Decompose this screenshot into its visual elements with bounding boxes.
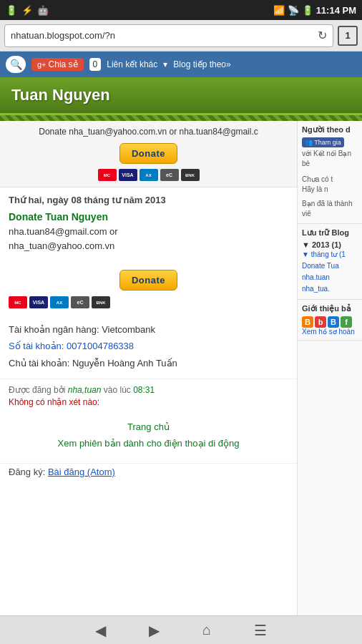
tab-count[interactable]: 1: [338, 26, 358, 46]
decorative-border: [0, 115, 362, 121]
visa-icon-post: VISA: [29, 296, 48, 308]
blogger-icons: B b B f: [302, 316, 352, 328]
forward-button[interactable]: ▶: [149, 622, 160, 639]
battery-icon: 🔋: [6, 5, 17, 16]
subscribe-section: Đăng ký: Bài đăng (Atom): [0, 463, 297, 484]
posted-by-label: Được đăng bởi: [9, 385, 65, 395]
archive-item-1[interactable]: Donate Tua: [302, 260, 358, 272]
no-members-text: Chưa có t: [302, 175, 358, 185]
google-plus-share-button[interactable]: g+ Chia sẻ: [31, 58, 84, 71]
account-no-label: Số tài khoản:: [9, 341, 64, 351]
browser-toolbar: 🔍 g+ Chia sẻ 0 Liên kết khác ▾ Blog tiếp…: [0, 52, 362, 77]
post-title-link[interactable]: Donate Tuan Nguyen: [9, 211, 288, 223]
card-icons-top: MC VISA AX eC BNK: [98, 169, 200, 181]
account-owner: Chủ tài khoản: Nguyễn Hoàng Anh Tuấn: [9, 355, 288, 371]
card-icons-post: MC VISA AX eC BNK: [9, 296, 110, 308]
follow-btn-label: Tham gia: [314, 139, 341, 146]
follow-desc: với Kết nối Bạn bè: [302, 149, 358, 169]
post-subtitle-1: nha.tuan84@gmail.com or: [9, 225, 288, 239]
next-blog-link[interactable]: Blog tiếp theo»: [173, 59, 230, 69]
paypal-donate-button-post[interactable]: Donate: [119, 270, 177, 291]
post-footer: Được đăng bởi nha,tuan vào lúc 08:31 Khô…: [0, 379, 297, 413]
menu-button[interactable]: ☰: [254, 622, 267, 639]
follow-title: Người theo d: [302, 125, 358, 135]
archive-title: Lưu trữ Blog: [302, 228, 358, 238]
signal-icon: 📡: [288, 5, 299, 16]
refresh-icon[interactable]: ↻: [318, 29, 327, 42]
battery-level-icon: 🔋: [302, 5, 313, 16]
links-button[interactable]: Liên kết khác: [107, 59, 157, 69]
bank-icon: BNK: [181, 169, 200, 181]
become-member-text: Hãy là n: [302, 185, 358, 195]
subscribe-link[interactable]: Bài đăng (Atom): [48, 467, 115, 477]
status-bar: 🔋 ⚡ 🤖 📶 📡 🔋 11:14 PM: [0, 0, 362, 20]
bottom-nav: ◀ ▶ ⌂ ☰: [0, 615, 362, 644]
ec-icon-post: eC: [71, 296, 89, 308]
archive-year[interactable]: ▼ 2013 (1): [302, 240, 358, 249]
search-icon: 🔍: [10, 59, 22, 70]
account-no-row: Số tài khoản: 0071004786338: [9, 338, 288, 354]
bank-info: Tài khoản ngân hàng: Vietcombank Số tài …: [0, 316, 297, 379]
amex-icon: AX: [140, 169, 158, 181]
archive-item-3: nha_tua.: [302, 283, 358, 295]
blogger-icon-blue: B: [328, 316, 339, 328]
blog-header: Tuan Nguyen: [0, 77, 362, 115]
share-count: 0: [89, 58, 102, 71]
nav-links: Trang chủ Xem phiên bản dành cho điện th…: [0, 413, 297, 463]
blogger-icon-green: f: [341, 316, 352, 328]
gplus-icon: g+: [37, 60, 47, 69]
mc-icon-post: MC: [9, 296, 27, 308]
mastercard-icon: MC: [98, 169, 117, 181]
no-comments: Không có nhận xét nào:: [9, 397, 288, 407]
search-box[interactable]: 🔍: [6, 56, 26, 73]
archive-section: Lưu trữ Blog ▼ 2013 (1) ▼ tháng tư (1 Do…: [298, 224, 362, 300]
url-text: nhatuan.blogspot.com/?n: [11, 30, 115, 41]
donate-strip: Donate nha_tuan@yahoo.com.vn or nha.tuan…: [0, 121, 297, 187]
donate-label-top: Donate: [132, 148, 165, 159]
post-time[interactable]: 08:31: [133, 385, 155, 395]
right-column: Người theo d 👥 Tham gia với Kết nối Bạn …: [298, 121, 362, 644]
time-display: 11:14 PM: [316, 5, 356, 16]
blogger-icon-b: B: [302, 316, 313, 328]
main-content: Donate nha_tuan@yahoo.com.vn or nha.tuan…: [0, 121, 362, 644]
back-button[interactable]: ◀: [95, 622, 106, 639]
url-bar[interactable]: nhatuan.blogspot.com/?n ↻: [4, 24, 333, 47]
archive-month[interactable]: ▼ tháng tư (1: [302, 249, 358, 260]
android-icon: 🤖: [37, 5, 49, 16]
page-wrapper: 🔋 ⚡ 🤖 📶 📡 🔋 11:14 PM nhatuan.blogspot.co…: [0, 0, 362, 644]
account-no-value: 0071004786338: [67, 341, 134, 351]
mobile-version-link[interactable]: Xem phiên bản dành cho điện thoại di độn…: [9, 438, 288, 449]
intro-section: Giới thiệu bả B b B f Xem hồ sơ hoàn: [298, 300, 362, 341]
follow-button[interactable]: 👥 Tham gia: [302, 137, 344, 147]
view-profile-link[interactable]: Xem hồ sơ hoàn: [302, 328, 358, 336]
already-member-text: Bạn đã là thành viê: [302, 199, 358, 219]
home-link[interactable]: Trang chủ: [9, 421, 288, 432]
follow-btn-icon: 👥: [305, 139, 313, 146]
visa-icon: VISA: [119, 169, 137, 181]
subscribe-label: Đăng ký:: [9, 467, 45, 477]
discover-icon: eC: [160, 169, 179, 181]
share-label: Chia sẻ: [49, 59, 78, 69]
links-dropdown-icon[interactable]: ▾: [163, 59, 167, 69]
donate-strip-text: Donate nha_tuan@yahoo.com.vn or nha.tuan…: [9, 127, 288, 137]
paypal-donate-button-top[interactable]: Donate: [119, 143, 177, 164]
home-button[interactable]: ⌂: [202, 622, 211, 638]
left-column: Donate nha_tuan@yahoo.com.vn or nha.tuan…: [0, 121, 298, 644]
post-donate-section: Donate MC VISA AX eC BNK: [0, 260, 297, 316]
wifi-icon: 📶: [273, 5, 285, 16]
address-bar: nhatuan.blogspot.com/?n ↻ 1: [0, 20, 362, 52]
post-content: Donate Tuan Nguyen nha.tuan84@gmail.com …: [0, 208, 297, 260]
donate-label-post: Donate: [132, 275, 165, 286]
blogger-icon-r: b: [315, 316, 326, 328]
archive-item-2: nha.tuan: [302, 272, 358, 283]
status-right: 📶 📡 🔋 11:14 PM: [273, 5, 356, 16]
post-subtitle-2: nha_tuan@yahoo.com.vn: [9, 239, 288, 253]
bank-name: Tài khoản ngân hàng: Vietcombank: [9, 321, 288, 338]
at-label: vào lúc: [104, 385, 131, 395]
blog-title: Tuan Nguyen: [11, 86, 110, 104]
usb-icon: ⚡: [21, 5, 33, 16]
amex-icon-post: AX: [50, 296, 69, 308]
author-link[interactable]: nha,tuan: [68, 385, 102, 395]
follow-section: Người theo d 👥 Tham gia với Kết nối Bạn …: [298, 121, 362, 224]
intro-title: Giới thiệu bả: [302, 304, 358, 313]
